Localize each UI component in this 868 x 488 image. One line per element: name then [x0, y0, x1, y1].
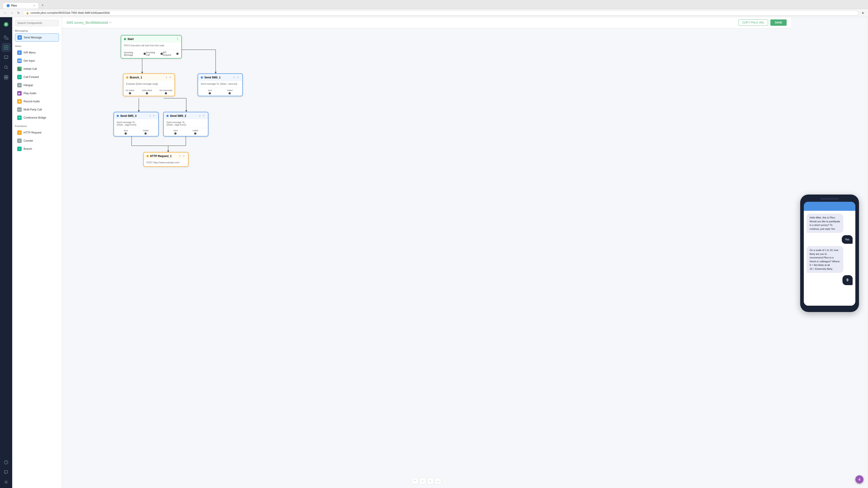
port-subscribed-dot [146, 92, 148, 94]
sidebar-search-icon[interactable] [2, 63, 11, 72]
branch1-ports: No Match Subscribed Not Interested [123, 88, 175, 96]
port-no-match-label: No Match [126, 89, 134, 92]
send-sms3-info-button[interactable]: ℹ [149, 114, 151, 118]
bookmark-button[interactable]: ★ [861, 11, 865, 15]
send-sms3-label: Send SMS_3 [120, 114, 136, 118]
sidebar-item-multi-party-call[interactable]: ••• Multi-Party Call [15, 106, 59, 113]
save-button[interactable]: SAVE [770, 20, 786, 26]
port-failed-1: Failed [227, 89, 232, 94]
lock-icon: 🔒 [26, 11, 29, 14]
port-sent-1-dot [209, 92, 211, 94]
app-container: P ? Messaging ✉ [0, 17, 868, 488]
send-sms1-close-button[interactable]: ✕ [236, 76, 240, 79]
sidebar-item-ivr-menu[interactable]: ☰ IVR Menu [15, 49, 59, 57]
send-sms3-node[interactable]: Send SMS_3 ℹ ✕ Send message To: {{Start.… [114, 112, 159, 136]
branch1-node[interactable]: Branch_1 ℹ ✕ Evaluate {{Start.message.ms… [123, 73, 175, 96]
sidebar-settings-icon[interactable] [2, 478, 11, 487]
sidebar-item-call-forward[interactable]: ↩ Call Forward [15, 73, 59, 81]
send-sms2-info-button[interactable]: ℹ [199, 114, 201, 118]
edit-icon[interactable]: ✏ [110, 21, 112, 24]
send-sms3-body-text: Send message To: {{Start...sage.from}} [117, 121, 136, 126]
send-sms2-header: Send SMS_2 ℹ ✕ [164, 112, 208, 119]
start-node-label: Start [127, 37, 133, 41]
start-info-button[interactable]: ℹ [176, 37, 179, 41]
voice-section-title: Voice [15, 45, 59, 47]
active-tab[interactable]: Plivo × [3, 2, 39, 8]
sidebar-chat-icon[interactable] [2, 468, 11, 477]
http-body: POST https://www.example.com/ [144, 160, 188, 166]
sidebar-phone-icon[interactable] [2, 33, 11, 42]
start-node-header: Start ℹ [121, 35, 181, 42]
sidebar-grid-icon[interactable] [2, 73, 11, 82]
send-sms2-label: Send SMS_2 [170, 114, 186, 118]
hangup-label: Hangup [24, 84, 33, 87]
send-sms1-label: Send SMS_1 [204, 76, 221, 79]
top-bar: SMS survey_5bc388ddea4dd ✏ COPY PHLO URL… [62, 17, 791, 28]
canvas-nav-left[interactable]: ‹ [420, 478, 426, 484]
flow-canvas[interactable]: Start ℹ PHLO Execution will start from t… [62, 28, 791, 488]
refresh-button[interactable]: ↻ [16, 11, 21, 15]
flow-title-container: SMS survey_5bc388ddea4dd ✏ [66, 21, 112, 24]
http-controls: ℹ ✕ [179, 154, 185, 158]
hangup-icon: ✕ [17, 83, 22, 88]
branch1-close-button[interactable]: ✕ [168, 76, 172, 79]
sidebar-item-http-request[interactable]: ⟳ HTTP Request [15, 129, 59, 136]
branch1-header: Branch_1 ℹ ✕ [123, 74, 175, 81]
branch1-info-button[interactable]: ℹ [165, 76, 167, 79]
start-status-dot [124, 38, 126, 40]
message-received-1: Hello Mike, this is Plivo. Would you lik… [807, 214, 843, 233]
sidebar-help-icon[interactable]: ? [2, 458, 11, 467]
address-bar[interactable]: 🔒 console.plivo.com/phlo/963533af-7955-4… [23, 10, 859, 15]
http-info-button[interactable]: ℹ [179, 154, 181, 158]
sidebar-item-initiate-call[interactable]: 📞 Initiate Call [15, 65, 59, 73]
send-sms2-status-dot [166, 115, 168, 117]
sidebar-message-icon[interactable] [2, 53, 11, 62]
branch1-label: Branch_1 [130, 76, 142, 79]
http-label: HTTP Request_1 [150, 155, 172, 158]
back-button[interactable]: ← [3, 11, 8, 15]
tab-close-button[interactable]: × [34, 4, 35, 7]
svg-rect-4 [4, 75, 6, 77]
tab-title: Plivo [11, 4, 17, 7]
sidebar-item-hangup[interactable]: ✕ Hangup [15, 81, 59, 89]
send-sms1-body-text: Send message To: {{Start...rams.to}} [201, 83, 237, 85]
sidebar-item-conference-bridge[interactable]: ⟳ Conference Bridge [15, 114, 59, 122]
initiate-call-icon: 📞 [17, 67, 22, 71]
sidebar-item-counter[interactable]: ≡ Counter [15, 137, 59, 144]
copy-phlo-url-button[interactable]: COPY PHLO URL [739, 20, 768, 26]
sidebar-logo[interactable]: P [2, 20, 11, 29]
canvas-nav-down[interactable]: ⌄ [435, 478, 441, 484]
send-sms2-close-button[interactable]: ✕ [202, 114, 205, 118]
forward-button[interactable]: → [9, 11, 14, 15]
new-tab-button[interactable]: + [39, 2, 46, 8]
send-sms1-info-button[interactable]: ℹ [233, 76, 235, 79]
port-api-request-label: API Request [163, 51, 175, 56]
search-input[interactable] [15, 20, 59, 26]
port-sent-2: Sent [174, 129, 178, 135]
port-sent-1-label: Sent [208, 89, 212, 92]
http-close-button[interactable]: ✕ [182, 154, 185, 158]
sidebar-item-record-audio[interactable]: ⏺ Record Audio [15, 98, 59, 105]
send-sms3-close-button[interactable]: ✕ [152, 114, 156, 118]
multi-party-label: Multi-Party Call [24, 108, 42, 111]
component-sidebar: Messaging ✉ Send Message Voice ☰ IVR Men… [12, 17, 62, 488]
canvas-nav-right[interactable]: › [427, 478, 434, 484]
svg-point-10 [5, 482, 7, 483]
avatar-badge[interactable]: 4 [855, 475, 864, 484]
sidebar-item-get-input[interactable]: ⌨ Get Input [15, 57, 59, 65]
conference-label: Conference Bridge [24, 116, 46, 119]
send-sms1-node[interactable]: Send SMS_1 ℹ ✕ Send message To: {{Start.… [197, 73, 243, 96]
send-sms2-node[interactable]: Send SMS_2 ℹ ✕ Send message To: {{Start.… [163, 112, 209, 136]
top-actions: COPY PHLO URL SAVE [739, 20, 786, 26]
phone-mockup: Hello Mike, this is Plivo. Would you lik… [800, 195, 859, 312]
start-node[interactable]: Start ℹ PHLO Execution will start from t… [121, 35, 182, 59]
sidebar-item-branch[interactable]: ⑃ Branch [15, 145, 59, 153]
conference-icon: ⟳ [17, 116, 22, 120]
sidebar-item-play-audio[interactable]: ▶ Play Audio [15, 90, 59, 97]
sidebar-flow-icon[interactable] [2, 43, 11, 52]
phone-screen: Hello Mike, this is Plivo. Would you lik… [804, 202, 855, 306]
avatar-label: 4 [859, 478, 860, 481]
sidebar-item-send-message[interactable]: ✉ Send Message [15, 33, 59, 41]
http-request1-node[interactable]: HTTP Request_1 ℹ ✕ POST https://www.exam… [143, 152, 188, 167]
canvas-nav-up[interactable]: ⌃ [412, 478, 418, 484]
